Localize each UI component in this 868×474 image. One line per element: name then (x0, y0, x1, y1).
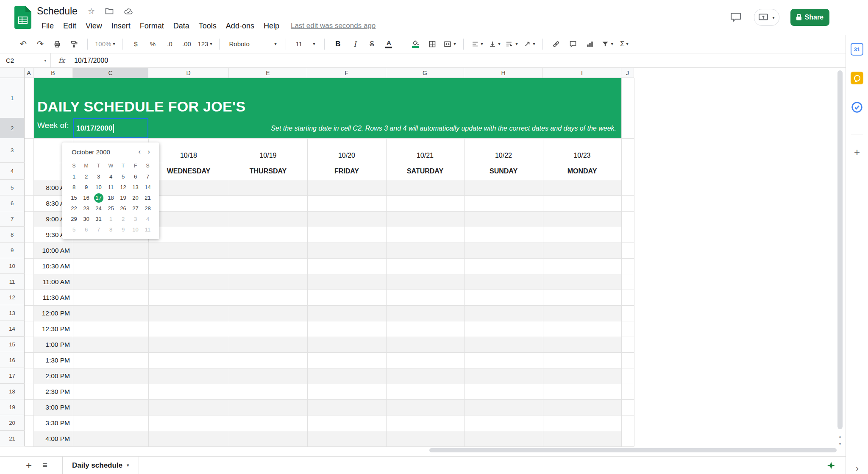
calendar-day[interactable]: 5 (117, 171, 129, 182)
calendar-day[interactable]: 27 (129, 203, 142, 214)
undo-button[interactable]: ↶ (16, 37, 31, 51)
merge-cells-button[interactable]: ▾ (442, 37, 457, 51)
row-header-7[interactable]: 7 (0, 211, 25, 227)
borders-button[interactable] (425, 37, 440, 51)
date-cell[interactable]: 10/22 (464, 138, 543, 163)
day-cell[interactable]: FRIDAY (307, 163, 386, 180)
decrease-decimals-button[interactable]: .0 (162, 37, 177, 51)
calendar-day[interactable]: 6 (80, 224, 92, 235)
calendar-day[interactable]: 4 (142, 214, 154, 224)
get-add-ons-button[interactable]: + (851, 146, 863, 159)
calendar-day[interactable]: 13 (129, 182, 142, 192)
text-rotation-button[interactable]: ▾ (522, 37, 537, 51)
row-header-5[interactable]: 5 (0, 180, 25, 195)
row-header-3[interactable]: 3 (0, 138, 25, 163)
row-header-2[interactable]: 2 (0, 118, 25, 138)
formula-input[interactable]: 10/17/2000 (74, 57, 108, 64)
present-button[interactable]: ▾ (754, 9, 779, 26)
number-format-select[interactable]: 123▾ (196, 37, 213, 51)
calendar-day[interactable]: 1 (68, 171, 80, 182)
calendar-day[interactable]: 10 (129, 224, 142, 235)
row-header-21[interactable]: 21 (0, 431, 25, 446)
day-cell[interactable]: THURSDAY (229, 163, 307, 180)
last-edit-link[interactable]: Last edit was seconds ago (291, 22, 376, 30)
calendar-day[interactable]: 5 (68, 224, 80, 235)
row-header-8[interactable]: 8 (0, 227, 25, 243)
menu-view[interactable]: View (81, 22, 107, 31)
time-cell[interactable]: 10:00 AM (33, 243, 70, 258)
calendar-day[interactable]: 11 (105, 182, 117, 192)
calendar-day[interactable]: 3 (92, 171, 105, 182)
time-cell[interactable]: 1:00 PM (33, 337, 70, 352)
calendar-day[interactable]: 22 (68, 203, 80, 214)
time-cell[interactable]: 11:30 AM (33, 290, 70, 305)
google-calendar-icon[interactable]: 31 (851, 43, 863, 56)
row-header-6[interactable]: 6 (0, 195, 25, 211)
calendar-day[interactable]: 8 (68, 182, 80, 192)
insert-chart-button[interactable] (583, 37, 597, 51)
sheets-logo-icon[interactable] (14, 6, 31, 31)
calendar-day[interactable]: 29 (68, 214, 80, 224)
time-cell[interactable]: 3:30 PM (33, 415, 70, 431)
select-all-corner[interactable] (0, 68, 25, 78)
calendar-day[interactable]: 15 (68, 192, 80, 203)
row-header-1[interactable]: 1 (0, 78, 25, 118)
calendar-day[interactable]: 2 (117, 214, 129, 224)
calendar-day[interactable]: 6 (129, 171, 142, 182)
column-header-B[interactable]: B (33, 68, 73, 78)
row-header-17[interactable]: 17 (0, 368, 25, 384)
insert-comment-button[interactable] (566, 37, 580, 51)
row-header-14[interactable]: 14 (0, 321, 25, 337)
text-color-button[interactable]: A (381, 37, 396, 51)
column-header-C[interactable]: C (73, 68, 148, 78)
all-sheets-button[interactable]: ≡ (39, 459, 51, 472)
menu-tools[interactable]: Tools (194, 22, 221, 31)
column-header-G[interactable]: G (386, 68, 464, 78)
format-currency-button[interactable]: $ (128, 37, 143, 51)
column-header-J[interactable]: J (621, 68, 634, 78)
selected-cell-c2[interactable]: 10/17/2000 (73, 118, 148, 138)
functions-button[interactable]: Σ▾ (617, 37, 632, 51)
row-header-11[interactable]: 11 (0, 274, 25, 290)
row-header-9[interactable]: 9 (0, 243, 25, 258)
row-header-15[interactable]: 15 (0, 337, 25, 352)
calendar-day[interactable]: 2 (80, 171, 92, 182)
star-icon[interactable]: ☆ (88, 6, 95, 16)
calendar-day[interactable]: 14 (142, 182, 154, 192)
row-header-19[interactable]: 19 (0, 399, 25, 415)
calendar-day[interactable]: 23 (80, 203, 92, 214)
calendar-day[interactable]: 11 (142, 224, 154, 235)
time-cell[interactable]: 10:30 AM (33, 258, 70, 274)
date-cell[interactable]: 10/23 (543, 138, 621, 163)
column-header-F[interactable]: F (307, 68, 386, 78)
time-cell[interactable]: 3:00 PM (33, 399, 70, 415)
sheet-tab-daily-schedule[interactable]: Daily schedule ▾ (62, 457, 139, 474)
calendar-day[interactable]: 1 (105, 214, 117, 224)
row-header-10[interactable]: 10 (0, 258, 25, 274)
italic-button[interactable]: I (348, 37, 362, 51)
menu-help[interactable]: Help (259, 22, 284, 31)
vertical-scrollbar-thumb[interactable] (837, 70, 843, 429)
row-header-13[interactable]: 13 (0, 305, 25, 321)
day-cell[interactable]: SATURDAY (386, 163, 464, 180)
time-cell[interactable]: 4:00 PM (33, 431, 70, 446)
format-percent-button[interactable]: % (145, 37, 160, 51)
time-cell[interactable]: 2:00 PM (33, 368, 70, 384)
column-header-E[interactable]: E (229, 68, 307, 78)
redo-button[interactable]: ↷ (33, 37, 47, 51)
menu-edit[interactable]: Edit (58, 22, 81, 31)
column-header-H[interactable]: H (464, 68, 543, 78)
explore-icon[interactable] (825, 459, 837, 472)
calendar-next-button[interactable]: › (144, 148, 153, 156)
calendar-day[interactable]: 28 (142, 203, 154, 214)
name-box[interactable]: C2 ▾ (0, 53, 51, 67)
banner-area[interactable]: DAILY SCHEDULE FOR JOE'S Week of: 10/17/… (34, 78, 621, 138)
column-header-D[interactable]: D (148, 68, 229, 78)
calendar-day[interactable]: 18 (105, 192, 117, 203)
day-cell[interactable]: MONDAY (543, 163, 621, 180)
calendar-day[interactable]: 12 (117, 182, 129, 192)
calendar-day[interactable]: 19 (117, 192, 129, 203)
horizontal-scrollbar-thumb[interactable] (429, 448, 837, 452)
day-cell[interactable]: SUNDAY (464, 163, 543, 180)
menu-addons[interactable]: Add-ons (221, 22, 259, 31)
